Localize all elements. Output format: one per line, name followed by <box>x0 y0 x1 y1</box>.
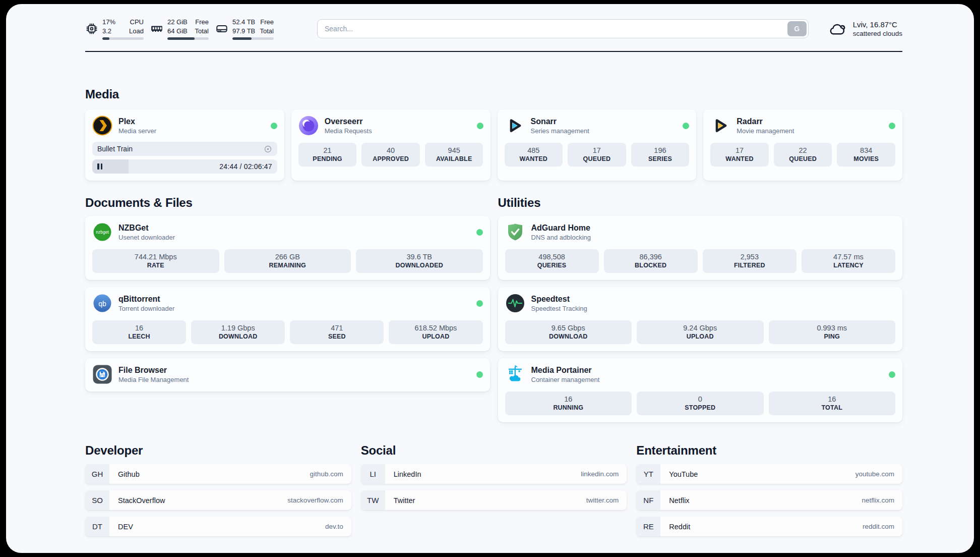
stat-label: PING <box>771 333 894 340</box>
service-meta: Plex Media server <box>118 117 156 135</box>
stat-label: UPLOAD <box>639 333 762 340</box>
service-link-nzbget[interactable]: nzbget NZBGet Usenet downloader <box>92 222 483 242</box>
service-description: Usenet downloader <box>118 234 175 241</box>
service-link-sonarr[interactable]: Sonarr Series management <box>505 116 690 136</box>
service-stats: 16 LEECH 1.19 Gbps DOWNLOAD 471 SEED 618… <box>92 320 483 344</box>
service-link-plex[interactable]: Plex Media server <box>92 116 277 136</box>
stat-label: STOPPED <box>639 404 762 411</box>
service-card-nzbget: nzbget NZBGet Usenet downloader 744.21 M… <box>85 216 490 280</box>
service-name: AdGuard Home <box>531 223 591 233</box>
bookmark-url: youtube.com <box>855 470 894 478</box>
service-card-filebrowser: File Browser Media File Management <box>85 358 490 392</box>
service-name: File Browser <box>118 365 189 375</box>
service-link-filebrowser[interactable]: File Browser Media File Management <box>92 364 483 384</box>
bookmark-name: Netflix <box>669 496 689 505</box>
service-link-adguard[interactable]: AdGuard Home DNS and adblocking <box>505 222 896 242</box>
stat-label: SERIES <box>633 155 688 162</box>
bookmark-name: Reddit <box>669 523 690 531</box>
status-dot-online <box>476 300 483 307</box>
service-card-portainer: Media Portainer Container management 16 … <box>498 358 903 422</box>
service-link-overseerr[interactable]: Overseerr Media Requests <box>298 116 483 136</box>
service-meta: Sonarr Series management <box>531 117 589 135</box>
memory-total-value: 64 GiB <box>167 27 188 36</box>
stat-value: 16 <box>507 395 630 403</box>
cpu-progressbar <box>102 37 144 40</box>
bookmark-twitter[interactable]: TW Twitter twitter.com <box>361 490 627 510</box>
bookmark-url: stackoverflow.com <box>287 496 343 504</box>
qbittorrent-icon: qb <box>92 293 112 313</box>
resource-widgets: 17% 3.2 CPU Load <box>85 18 274 40</box>
status-dot-online <box>477 123 483 129</box>
service-description: Media Requests <box>325 127 372 135</box>
stat-block: 0 STOPPED <box>637 392 764 415</box>
stat-label: REMAINING <box>226 262 349 269</box>
service-link-speedtest[interactable]: Speedtest Speedtest Tracking <box>505 293 896 313</box>
pause-icon[interactable] <box>97 163 102 170</box>
now-playing-icon[interactable] <box>264 145 272 153</box>
stat-block: 744.21 Mbps RATE <box>92 249 219 273</box>
service-link-portainer[interactable]: Media Portainer Container management <box>505 364 896 384</box>
stat-block: 9.65 Gbps DOWNLOAD <box>505 320 632 344</box>
bookmark-youtube[interactable]: YT YouTube youtube.com <box>636 464 902 484</box>
stat-label: QUERIES <box>507 262 597 269</box>
stat-block: 0.993 ms PING <box>769 320 896 344</box>
stat-block: 945 AVAILABLE <box>425 143 483 166</box>
stat-label: APPROVED <box>363 155 418 162</box>
stat-value: 39.6 TB <box>358 253 481 261</box>
stat-value: 0.993 ms <box>771 324 894 332</box>
service-stats: 17 WANTED 22 QUEUED 834 MOVIES <box>710 143 895 166</box>
bookmark-stackoverflow[interactable]: SO StackOverflow stackoverflow.com <box>85 490 351 510</box>
bookmarks-sections: Developer GH Github github.com SO StackO… <box>85 443 902 536</box>
search-bar: G <box>317 19 809 38</box>
stat-value: 834 <box>839 146 893 154</box>
bookmark-url: linkedin.com <box>581 470 619 478</box>
bookmark-github[interactable]: GH Github github.com <box>85 464 351 484</box>
memory-labels: Free Total <box>195 18 209 35</box>
bookmark-dev[interactable]: DT DEV dev.to <box>85 517 351 536</box>
service-description: Speedtest Tracking <box>531 305 587 312</box>
dashboard-panel: 17% 3.2 CPU Load <box>6 4 974 553</box>
cloud-icon <box>828 19 847 38</box>
bookmark-reddit[interactable]: RE Reddit reddit.com <box>636 517 902 536</box>
stat-label: DOWNLOAD <box>193 333 283 340</box>
cpu-load-label: Load <box>129 27 144 36</box>
stat-label: LEECH <box>94 333 184 340</box>
filebrowser-icon <box>92 364 112 384</box>
stat-value: 22 <box>776 146 830 154</box>
weather-text: Lviv, 16.87°C scattered clouds <box>853 20 902 37</box>
stat-value: 21 <box>300 146 355 154</box>
nzbget-icon-text: nzbget <box>96 230 109 235</box>
service-description: DNS and adblocking <box>531 234 591 241</box>
bookmark-name: DEV <box>118 523 133 531</box>
memory-free-value: 22 GiB <box>167 18 188 27</box>
service-link-radarr[interactable]: Radarr Movie management <box>710 116 895 136</box>
stat-block: 17 QUEUED <box>568 143 626 166</box>
stat-block: 47.57 ms LATENCY <box>802 249 895 273</box>
adguard-icon <box>505 222 525 242</box>
weather-widget: Lviv, 16.87°C scattered clouds <box>828 19 902 38</box>
search-input[interactable] <box>317 19 809 38</box>
bookmark-netflix[interactable]: NF Netflix netflix.com <box>636 490 902 510</box>
bookmark-abbr: DT <box>85 517 109 536</box>
service-description: Container management <box>531 376 600 383</box>
stat-block: 196 SERIES <box>631 143 690 166</box>
disk-total-label: Total <box>260 27 274 36</box>
widget-cpu: 17% 3.2 CPU Load <box>85 18 144 40</box>
section-entertainment: Entertainment YT YouTube youtube.com NF … <box>636 443 902 536</box>
bookmark-linkedin[interactable]: LI LinkedIn linkedin.com <box>361 464 627 484</box>
search-provider-button[interactable]: G <box>787 21 807 36</box>
disk-progress-fill <box>232 37 252 40</box>
radarr-icon <box>710 116 730 136</box>
stat-block: 471 SEED <box>290 320 384 344</box>
cpu-rows: 17% 3.2 CPU Load <box>102 18 144 35</box>
stat-label: MOVIES <box>839 155 893 162</box>
service-stats: 498,508 QUERIES 86,396 BLOCKED 2,953 FIL… <box>505 249 896 273</box>
service-meta: Media Portainer Container management <box>531 365 600 383</box>
stat-block: 618.52 Mbps UPLOAD <box>389 320 482 344</box>
bookmark-url: netflix.com <box>862 496 894 504</box>
service-link-qbittorrent[interactable]: qb qBittorrent Torrent downloader <box>92 293 483 313</box>
section-title-social: Social <box>361 443 627 458</box>
topbar-divider <box>85 51 902 52</box>
now-playing-row: Bullet Train <box>92 142 277 156</box>
disk-rows: 52.4 TB 97.9 TB Free Total <box>232 18 274 35</box>
